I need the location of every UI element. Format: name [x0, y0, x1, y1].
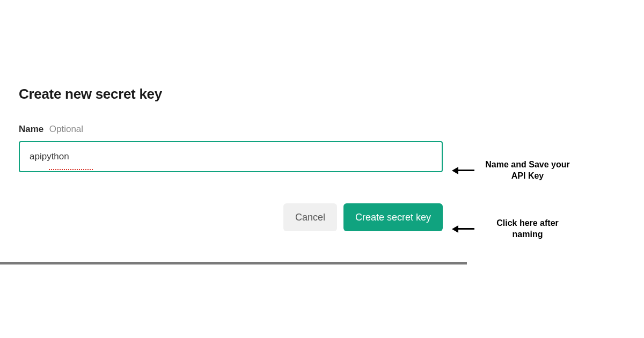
annotation-button: Click here after naming	[452, 218, 573, 240]
divider-bar	[0, 262, 467, 264]
optional-hint: Optional	[49, 124, 83, 134]
field-label-row: Name Optional	[19, 124, 443, 135]
cancel-button[interactable]: Cancel	[283, 203, 337, 231]
annotation-input: Name and Save your API Key	[452, 159, 573, 182]
arrow-left-icon	[452, 225, 474, 233]
dialog-button-row: Cancel Create secret key	[19, 203, 443, 231]
name-field-label: Name	[19, 124, 43, 134]
arrow-left-icon	[452, 167, 474, 174]
create-secret-key-button[interactable]: Create secret key	[343, 203, 443, 231]
name-input[interactable]	[19, 141, 443, 172]
annotation-input-text: Name and Save your API Key	[482, 159, 573, 182]
create-secret-key-dialog: Create new secret key Name Optional Canc…	[19, 86, 443, 231]
dialog-title: Create new secret key	[19, 86, 443, 102]
annotation-button-text: Click here after naming	[482, 218, 573, 240]
